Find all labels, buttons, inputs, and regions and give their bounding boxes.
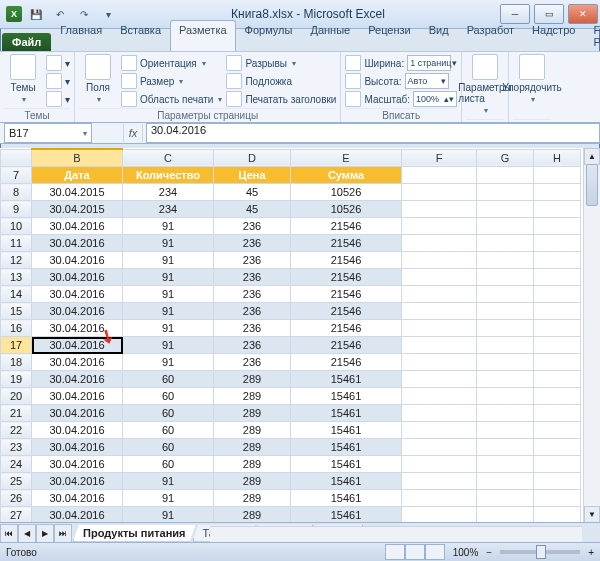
cell[interactable]: Дата [32,167,123,184]
cell[interactable]: 289 [214,422,291,439]
tab-nav-next[interactable]: ▶ [36,524,54,543]
cell[interactable]: 236 [214,320,291,337]
cell[interactable]: 91 [123,218,214,235]
save-icon[interactable]: 💾 [26,4,46,24]
cell[interactable]: 91 [123,303,214,320]
row-header[interactable]: 23 [1,439,32,456]
cell[interactable]: Сумма [291,167,402,184]
cell[interactable] [534,388,581,405]
cell[interactable] [534,507,581,524]
cell[interactable] [534,303,581,320]
cell[interactable]: 30.04.2016 [32,388,123,405]
cell[interactable] [477,235,534,252]
cell[interactable]: 21546 [291,235,402,252]
cell[interactable] [477,507,534,524]
ribbon-tab-2[interactable]: Разметка [170,20,236,51]
cell[interactable]: 30.04.2015 [32,184,123,201]
row-header[interactable]: 18 [1,354,32,371]
tab-nav-last[interactable]: ⏭ [54,524,72,543]
cell[interactable]: 30.04.2016 [32,337,123,354]
cell[interactable] [402,218,477,235]
cell[interactable] [534,405,581,422]
cell[interactable] [534,439,581,456]
cell[interactable]: 21546 [291,252,402,269]
cell[interactable] [534,422,581,439]
ribbon-tab-4[interactable]: Данные [301,20,359,51]
background-button[interactable]: Подложка [226,73,336,89]
column-header-F[interactable]: F [402,149,477,167]
sheet-tab-0[interactable]: Продукты питания [73,525,196,542]
view-page-break-button[interactable] [425,544,445,560]
cell[interactable] [477,354,534,371]
cell[interactable]: 30.04.2016 [32,507,123,524]
zoom-out-button[interactable]: − [486,547,492,558]
size-button[interactable]: Размер▾ [121,73,222,89]
zoom-in-button[interactable]: + [588,547,594,558]
zoom-percent[interactable]: 100% [453,547,479,558]
cell[interactable] [402,439,477,456]
scroll-up-icon[interactable]: ▲ [584,148,600,165]
cell[interactable]: 30.04.2015 [32,201,123,218]
cell[interactable] [477,405,534,422]
cell[interactable] [477,388,534,405]
cell[interactable]: 289 [214,507,291,524]
cell[interactable]: 60 [123,388,214,405]
cell[interactable]: 15461 [291,371,402,388]
cell[interactable]: 91 [123,337,214,354]
cell[interactable]: 21546 [291,354,402,371]
select-all-corner[interactable] [1,149,32,167]
cell[interactable]: 289 [214,456,291,473]
cell[interactable]: 21546 [291,303,402,320]
cell[interactable]: 236 [214,218,291,235]
print-titles-button[interactable]: Печатать заголовки [226,91,336,107]
cell[interactable]: 21546 [291,218,402,235]
row-header[interactable]: 24 [1,456,32,473]
row-header[interactable]: 11 [1,235,32,252]
cell[interactable]: 30.04.2016 [32,405,123,422]
cell[interactable]: 30.04.2016 [32,252,123,269]
cell[interactable]: 30.04.2016 [32,218,123,235]
row-header[interactable]: 15 [1,303,32,320]
cell[interactable]: 289 [214,473,291,490]
cell[interactable] [402,269,477,286]
print-area-button[interactable]: Область печати▾ [121,91,222,107]
cell[interactable] [477,286,534,303]
cell[interactable]: 30.04.2016 [32,354,123,371]
cell[interactable]: 60 [123,371,214,388]
cell[interactable]: 15461 [291,473,402,490]
sheet-options-button[interactable]: Параметры листа ▾ [466,54,504,115]
view-page-layout-button[interactable] [405,544,425,560]
row-header[interactable]: 27 [1,507,32,524]
row-header[interactable]: 10 [1,218,32,235]
cell[interactable] [477,422,534,439]
cell[interactable] [534,337,581,354]
cell[interactable]: 60 [123,439,214,456]
cell[interactable]: Цена [214,167,291,184]
cell[interactable]: 289 [214,388,291,405]
cell[interactable] [534,167,581,184]
cell[interactable]: 91 [123,269,214,286]
vertical-scrollbar[interactable]: ▲ ▼ [583,148,600,523]
cell[interactable] [534,184,581,201]
arrange-button[interactable]: Упорядочить ▾ [513,54,551,104]
row-header[interactable]: 20 [1,388,32,405]
cell[interactable] [534,235,581,252]
cell[interactable]: 236 [214,252,291,269]
cell[interactable]: 21546 [291,269,402,286]
cell[interactable]: 30.04.2016 [32,490,123,507]
row-header[interactable]: 16 [1,320,32,337]
cell[interactable] [477,490,534,507]
cell[interactable]: 234 [123,201,214,218]
cell[interactable] [534,286,581,303]
cell[interactable]: 30.04.2016 [32,439,123,456]
cell[interactable]: 91 [123,286,214,303]
cell[interactable]: 30.04.2016 [32,456,123,473]
scale-spinner[interactable]: 100%▴▾ [413,91,457,107]
cell[interactable] [477,167,534,184]
cell[interactable]: 236 [214,269,291,286]
cell[interactable]: 60 [123,456,214,473]
ribbon-tab-7[interactable]: Разработ [458,20,523,51]
cell[interactable]: 236 [214,354,291,371]
cell[interactable] [534,252,581,269]
ribbon-tab-1[interactable]: Вставка [111,20,170,51]
